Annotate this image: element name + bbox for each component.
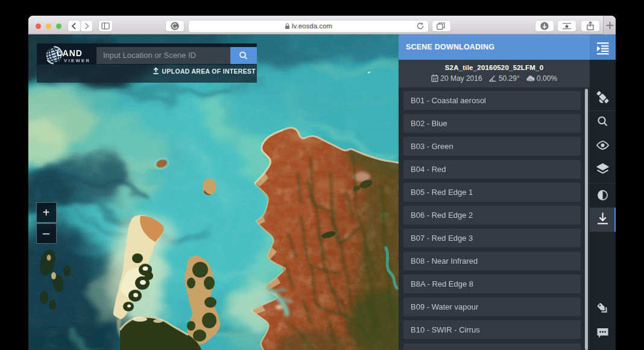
svg-text:LAND: LAND [57, 48, 83, 58]
svg-text:VIEWER: VIEWER [64, 58, 90, 63]
